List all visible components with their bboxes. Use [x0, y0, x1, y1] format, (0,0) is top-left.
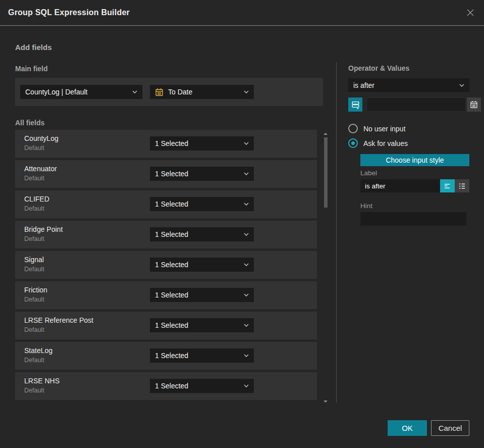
field-values-dropdown-value: 1 Selected	[155, 170, 188, 178]
field-row: LRSE Reference Post Default 1 Selected	[15, 312, 317, 339]
calendar-button[interactable]	[467, 97, 481, 112]
field-name: Bridge Point	[24, 225, 63, 233]
field-subtitle: Default	[24, 326, 44, 333]
field-name: StateLog	[24, 346, 52, 355]
field-row: LRSE NHS Default 1 Selected	[15, 372, 317, 400]
add-fields-heading: Add fields	[15, 43, 52, 52]
field-values-dropdown-value: 1 Selected	[155, 352, 188, 360]
radio-no-user-input[interactable]: No user input	[348, 124, 405, 133]
field-subtitle: Default	[24, 235, 44, 242]
chevron-down-icon	[244, 384, 249, 387]
field-subtitle: Default	[24, 205, 44, 212]
input-type-button[interactable]	[348, 97, 362, 112]
field-values-dropdown[interactable]: 1 Selected	[150, 288, 254, 302]
main-field-panel: CountyLog | Default To Date	[15, 78, 323, 106]
field-subtitle: Default	[24, 144, 44, 152]
field-values-dropdown-value: 1 Selected	[155, 261, 188, 269]
chevron-down-icon	[244, 354, 249, 357]
field-values-dropdown[interactable]: 1 Selected	[150, 379, 254, 393]
calendar-icon	[155, 88, 164, 96]
chevron-down-icon	[244, 142, 249, 145]
field-name: Friction	[24, 286, 47, 294]
date-field-select-value: To Date	[168, 88, 192, 96]
field-values-dropdown[interactable]: 1 Selected	[150, 349, 254, 363]
list-icon	[458, 182, 466, 190]
close-icon	[467, 9, 474, 16]
scroll-up-arrow-icon[interactable]	[324, 133, 328, 135]
field-row: Attenuator Default 1 Selected	[15, 160, 317, 188]
chevron-down-icon	[244, 293, 249, 296]
align-left-icon	[444, 182, 451, 190]
field-row: CountyLog Default 1 Selected	[15, 130, 317, 158]
field-values-dropdown[interactable]: 1 Selected	[150, 258, 254, 272]
field-subtitle: Default	[24, 296, 44, 303]
hint-input[interactable]	[360, 212, 466, 226]
field-values-dropdown[interactable]: 1 Selected	[150, 227, 254, 241]
operator-values-heading: Operator & Values	[348, 64, 409, 72]
dialog-header: Group SQL Expression Builder	[0, 0, 484, 26]
scrollbar-thumb[interactable]	[324, 137, 328, 208]
main-field-select-value: CountyLog | Default	[25, 88, 88, 96]
chevron-down-icon	[244, 233, 249, 236]
chevron-down-icon	[244, 90, 249, 93]
chevron-down-icon	[244, 263, 249, 266]
list-style-button[interactable]	[455, 179, 469, 192]
rows-icon	[351, 101, 360, 109]
hint-caption: Hint	[360, 202, 372, 210]
value-input[interactable]	[366, 97, 466, 112]
scroll-down-arrow-icon[interactable]	[324, 401, 328, 403]
date-field-select[interactable]: To Date	[150, 85, 254, 99]
radio-no-user-input-label: No user input	[363, 125, 405, 133]
field-values-dropdown[interactable]: 1 Selected	[150, 167, 254, 181]
choose-input-style-button[interactable]: Choose input style	[360, 154, 469, 166]
field-name: CountyLog	[24, 134, 59, 142]
radio-selected-icon	[348, 138, 358, 148]
all-fields-list: CountyLog Default 1 Selected Attenuator …	[15, 130, 317, 403]
cancel-button[interactable]: Cancel	[431, 420, 469, 436]
field-subtitle: Default	[24, 266, 44, 273]
field-values-dropdown-value: 1 Selected	[155, 139, 188, 147]
field-values-dropdown-value: 1 Selected	[155, 230, 188, 238]
chevron-down-icon	[244, 203, 249, 206]
field-row: Bridge Point Default 1 Selected	[15, 221, 317, 248]
close-button[interactable]	[465, 7, 476, 18]
radio-ask-for-values[interactable]: Ask for values	[348, 138, 408, 148]
label-caption: Label	[360, 169, 377, 177]
field-name: Attenuator	[24, 165, 57, 173]
all-fields-heading: All fields	[15, 119, 44, 127]
field-values-dropdown-value: 1 Selected	[155, 382, 188, 390]
chevron-down-icon	[244, 324, 249, 327]
field-values-dropdown[interactable]: 1 Selected	[150, 318, 254, 332]
main-field-select[interactable]: CountyLog | Default	[20, 85, 142, 99]
field-row: Signal Default 1 Selected	[15, 251, 317, 279]
label-input-row	[360, 179, 469, 192]
chevron-down-icon	[132, 90, 137, 93]
field-name: Signal	[24, 256, 44, 264]
operator-select[interactable]: is after	[348, 78, 469, 92]
field-row: Friction Default 1 Selected	[15, 281, 317, 309]
value-input-row	[348, 97, 469, 112]
field-values-dropdown-value: 1 Selected	[155, 321, 188, 329]
field-values-dropdown-value: 1 Selected	[155, 291, 188, 299]
radio-circle-icon	[348, 124, 358, 133]
field-row: CLIFED Default 1 Selected	[15, 190, 317, 218]
dialog: Group SQL Expression Builder Add fields …	[0, 0, 484, 448]
main-field-heading: Main field	[15, 65, 48, 73]
single-line-style-button[interactable]	[440, 179, 455, 192]
field-name: LRSE NHS	[24, 377, 60, 385]
label-input[interactable]	[360, 179, 440, 192]
field-values-dropdown[interactable]: 1 Selected	[150, 197, 254, 211]
operator-select-value: is after	[353, 81, 374, 89]
field-subtitle: Default	[24, 357, 44, 364]
panel-divider	[336, 62, 337, 403]
field-subtitle: Default	[24, 175, 44, 182]
field-name: LRSE Reference Post	[24, 316, 93, 324]
field-values-dropdown[interactable]: 1 Selected	[150, 136, 254, 151]
field-subtitle: Default	[24, 387, 44, 394]
ok-button[interactable]: OK	[388, 420, 427, 436]
dialog-title: Group SQL Expression Builder	[8, 8, 130, 17]
chevron-down-icon	[244, 172, 249, 175]
calendar-icon	[470, 101, 478, 109]
field-name: CLIFED	[24, 195, 49, 203]
field-row: StateLog Default 1 Selected	[15, 342, 317, 370]
